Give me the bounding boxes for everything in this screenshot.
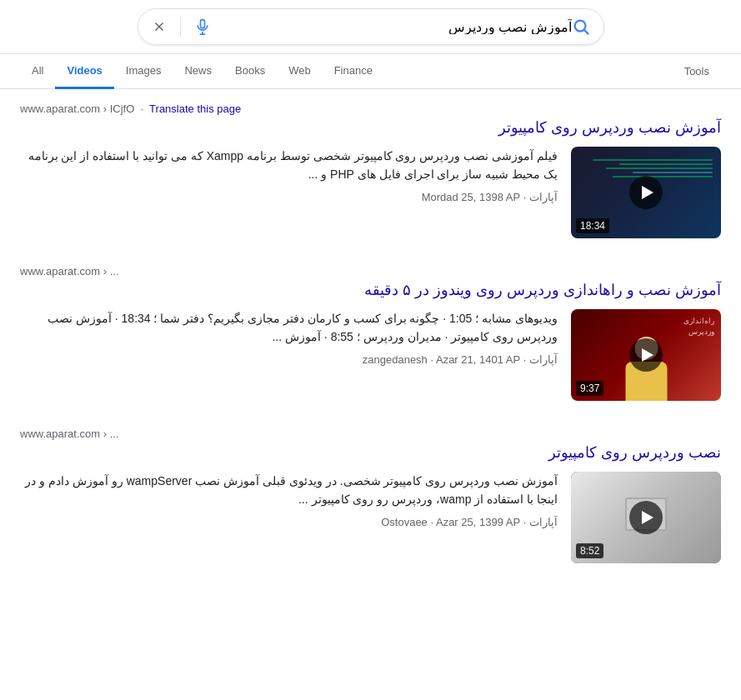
result-description-2: ویدیوهای مشابه ؛ 1:05 · چگونه برای کسب و…	[20, 309, 558, 347]
video-thumbnail-1[interactable]: 18:34	[571, 147, 721, 238]
tools-button[interactable]: Tools	[673, 55, 721, 88]
svg-point-5	[574, 21, 585, 32]
result-card-1: www.aparat.com › ICjfO · Translate this …	[20, 102, 721, 238]
result-title-1[interactable]: آموزش نصب وردپرس روی کامپیوتر	[20, 118, 721, 137]
translate-link-1[interactable]: Translate this page	[149, 102, 241, 115]
result-source-1: www.aparat.com › ICjfO · Translate this …	[20, 102, 721, 115]
search-bar-wrapper	[0, 0, 741, 54]
result-card-2: www.aparat.com › ... آموزش نصب و راهاندا…	[20, 265, 721, 401]
tab-web[interactable]: Web	[277, 54, 323, 89]
tab-images[interactable]: Images	[114, 54, 173, 89]
result-meta-2: آپارات · zangedanesh · Azar 21, 1401 AP	[20, 353, 558, 366]
result-description-3: آموزش نصب وردپرس روی کامپیوتر شخصی. در و…	[20, 472, 558, 509]
play-button-1[interactable]	[629, 176, 663, 209]
duration-badge-1: 18:34	[576, 218, 609, 233]
result-body-3: 8:52 آموزش نصب وردپرس روی کامپیوتر شخصی.…	[20, 472, 721, 563]
result-desc-3: آموزش نصب وردپرس روی کامپیوتر شخصی. در و…	[20, 472, 558, 563]
duration-badge-3: 8:52	[576, 543, 603, 558]
result-desc-2: ویدیوهای مشابه ؛ 1:05 · چگونه برای کسب و…	[20, 309, 558, 401]
results-container: www.aparat.com › ICjfO · Translate this …	[0, 89, 741, 603]
video-thumbnail-2[interactable]: راه‌اندازیوردپرس 9:37	[571, 309, 721, 401]
tab-news[interactable]: News	[173, 54, 223, 89]
result-body-1: 18:34 فیلم آموزشی نصب وردپرس روی کامپیوت…	[20, 147, 721, 238]
tab-videos[interactable]: Videos	[55, 54, 113, 89]
play-icon-3	[642, 511, 653, 524]
divider	[180, 17, 181, 37]
clear-button[interactable]	[152, 19, 167, 34]
result-body-2: راه‌اندازیوردپرس 9:37 ویدیوهای مشابه ؛ 1…	[20, 309, 721, 401]
svg-rect-2	[200, 20, 204, 28]
result-meta-3: آپارات · Ostovaee · Azar 25, 1399 AP	[20, 516, 558, 528]
microphone-button[interactable]	[194, 18, 211, 35]
result-source-2: www.aparat.com › ...	[20, 265, 721, 278]
tab-all[interactable]: All	[20, 54, 55, 89]
search-bar-left-icons	[152, 17, 211, 37]
result-title-2[interactable]: آموزش نصب و راهاندازی وردپرس روی ویندوز …	[20, 281, 721, 299]
tabs-bar: All Videos Images News Books Web Finance…	[0, 54, 741, 89]
result-card-3: www.aparat.com › ... نصب وردپرس روی کامپ…	[20, 428, 721, 563]
svg-line-6	[584, 30, 588, 34]
video-thumbnail-3[interactable]: 8:52	[571, 472, 721, 563]
search-button[interactable]	[572, 18, 590, 36]
play-icon-2	[642, 348, 653, 362]
search-bar	[138, 8, 604, 45]
play-button-2[interactable]	[629, 338, 663, 372]
search-input[interactable]	[211, 19, 572, 34]
play-button-3[interactable]	[629, 501, 663, 534]
result-source-3: www.aparat.com › ...	[20, 428, 721, 440]
duration-badge-2: 9:37	[576, 381, 603, 396]
result-title-3[interactable]: نصب وردپرس روی کامپیوتر	[20, 443, 721, 462]
result-meta-1: آپارات · Mordad 25, 1398 AP	[20, 191, 558, 203]
tab-finance[interactable]: Finance	[323, 54, 384, 89]
play-icon-1	[642, 186, 653, 199]
result-desc-1: فیلم آموزشی نصب وردپرس روی کامپیوتر شخصی…	[20, 147, 558, 238]
tab-books[interactable]: Books	[223, 54, 277, 89]
result-description-1: فیلم آموزشی نصب وردپرس روی کامپیوتر شخصی…	[20, 147, 558, 184]
